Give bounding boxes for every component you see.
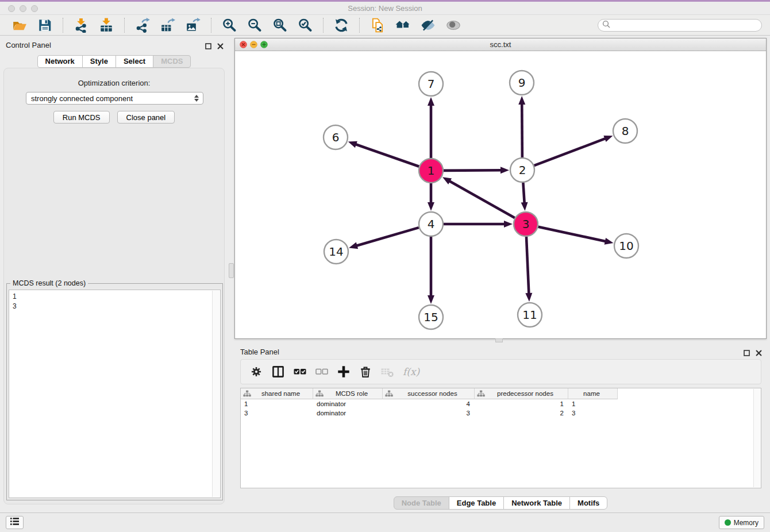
hide-selected-icon[interactable] — [420, 17, 436, 33]
task-history-button[interactable] — [6, 516, 24, 529]
column-header-label: MCDS role — [324, 390, 382, 397]
first-neighbors-icon[interactable] — [395, 17, 411, 33]
zoom-out-icon[interactable] — [247, 17, 263, 33]
control-panel-header: Control Panel — [0, 36, 228, 53]
graph-node-14[interactable]: 14 — [324, 240, 348, 264]
graph-edge-3-10[interactable] — [538, 227, 613, 245]
zoom-selected-icon[interactable] — [297, 17, 313, 33]
close-button[interactable] — [8, 5, 15, 12]
sort-tree-icon — [315, 390, 324, 397]
refresh-icon[interactable] — [333, 17, 349, 33]
columns-icon[interactable] — [271, 364, 286, 379]
graph-node-8[interactable]: 8 — [613, 119, 637, 143]
memory-button[interactable]: Memory — [719, 516, 764, 529]
delete-row-icon[interactable] — [358, 364, 373, 379]
close-table-panel-icon[interactable] — [756, 348, 762, 358]
graph-node-3[interactable]: 3 — [514, 212, 538, 236]
graph-edge-4-15[interactable] — [428, 237, 434, 304]
export-table-icon[interactable] — [160, 17, 176, 33]
network-close-button[interactable] — [240, 41, 247, 50]
table-cell: 3 — [568, 410, 618, 417]
tab-network-table[interactable]: Network Table — [503, 496, 570, 510]
graph-edge-1-2[interactable] — [444, 167, 509, 174]
network-zoom-button[interactable] — [260, 41, 268, 50]
sort-tree-icon — [477, 390, 485, 397]
tab-network[interactable]: Network — [37, 55, 83, 68]
graph-node-7[interactable]: 7 — [419, 72, 443, 96]
table-row[interactable]: 1dominator411 — [241, 399, 761, 408]
save-icon[interactable] — [37, 17, 53, 33]
import-table-icon[interactable] — [98, 17, 114, 33]
network-canvas[interactable]: 7968124314101511 — [235, 51, 766, 338]
window-title: Session: New Session — [348, 4, 422, 13]
graph-node-6[interactable]: 6 — [324, 125, 348, 149]
criterion-select[interactable]: strongly connected component — [26, 92, 203, 105]
svg-text:4: 4 — [428, 217, 435, 231]
select-all-icon[interactable] — [292, 364, 307, 379]
tab-motifs[interactable]: Motifs — [569, 496, 607, 510]
run-mcds-button[interactable]: Run MCDS — [53, 111, 110, 124]
svg-text:2: 2 — [519, 163, 526, 177]
graph-edge-4-14[interactable] — [349, 228, 419, 249]
graph-node-9[interactable]: 9 — [510, 71, 534, 95]
status-bar: Memory — [0, 512, 770, 532]
graph-edge-2-3[interactable] — [521, 183, 528, 211]
network-view-window: scc.txt 7968124314101511 — [234, 38, 767, 339]
minimize-button[interactable] — [20, 5, 26, 12]
table-cell: 2 — [475, 410, 568, 417]
column-header-shared-name[interactable]: shared name — [241, 388, 313, 399]
close-panel-icon[interactable] — [217, 41, 224, 52]
network-minimize-button[interactable] — [250, 41, 257, 50]
snapshot-icon[interactable] — [369, 17, 386, 33]
control-panel-title: Control Panel — [6, 41, 51, 49]
main-toolbar-icons — [7, 17, 466, 33]
tab-edge-table[interactable]: Edge Table — [449, 496, 504, 510]
close-panel-button[interactable]: Close panel — [117, 111, 175, 124]
graph-edge-4-3[interactable] — [444, 221, 513, 228]
deselect-all-icon[interactable] — [314, 364, 329, 379]
graph-edge-2-9[interactable] — [518, 96, 525, 157]
horizontal-splitter-handle[interactable] — [495, 338, 503, 342]
export-network-icon[interactable] — [134, 17, 151, 33]
show-all-icon[interactable] — [445, 17, 461, 33]
graph-edge-3-11[interactable] — [525, 237, 532, 302]
float-table-panel-icon[interactable] — [744, 348, 750, 358]
vertical-splitter-handle[interactable] — [229, 263, 234, 278]
search-input[interactable] — [613, 20, 757, 30]
column-header-predecessor-nodes[interactable]: predecessor nodes — [475, 388, 568, 399]
float-panel-icon[interactable] — [205, 41, 211, 52]
gear-icon[interactable] — [249, 364, 264, 379]
tab-node-table[interactable]: Node Table — [394, 496, 449, 510]
graph-edge-1-4[interactable] — [428, 183, 434, 211]
export-image-icon[interactable] — [185, 17, 201, 33]
graph-edge-1-7[interactable] — [428, 97, 434, 158]
svg-text:7: 7 — [428, 77, 435, 91]
table-row[interactable]: 3dominator323 — [241, 408, 761, 418]
graph-edge-3-1[interactable] — [442, 177, 515, 218]
graph-edge-2-8[interactable] — [534, 136, 613, 165]
column-header-successor-nodes[interactable]: successor nodes — [383, 388, 475, 399]
table-scrollbar[interactable] — [753, 389, 761, 487]
add-row-icon[interactable] — [336, 364, 351, 379]
column-header-name[interactable]: name — [568, 388, 618, 399]
column-header-MCDS-role[interactable]: MCDS role — [313, 388, 383, 399]
tab-style[interactable]: Style — [82, 55, 116, 68]
tab-mcds[interactable]: MCDS — [153, 55, 191, 68]
zoom-in-icon[interactable] — [221, 17, 237, 33]
search-box[interactable] — [598, 19, 762, 32]
zoom-fit-icon[interactable] — [272, 17, 288, 33]
open-icon[interactable] — [11, 17, 28, 33]
graph-node-15[interactable]: 15 — [419, 305, 443, 329]
graph-node-2[interactable]: 2 — [510, 158, 534, 182]
zoom-button[interactable] — [31, 5, 38, 12]
criterion-select-value: strongly connected component — [26, 94, 192, 103]
graph-edge-1-6[interactable] — [348, 141, 419, 167]
graph-node-10[interactable]: 10 — [614, 234, 638, 258]
graph-node-1[interactable]: 1 — [419, 159, 443, 183]
tab-select[interactable]: Select — [116, 55, 153, 68]
import-network-icon[interactable] — [73, 17, 89, 33]
mcds-result-box[interactable]: 1 3 — [9, 290, 221, 498]
graph-node-11[interactable]: 11 — [518, 303, 542, 327]
graph-node-4[interactable]: 4 — [419, 212, 443, 236]
result-scrollbar[interactable] — [212, 291, 220, 497]
